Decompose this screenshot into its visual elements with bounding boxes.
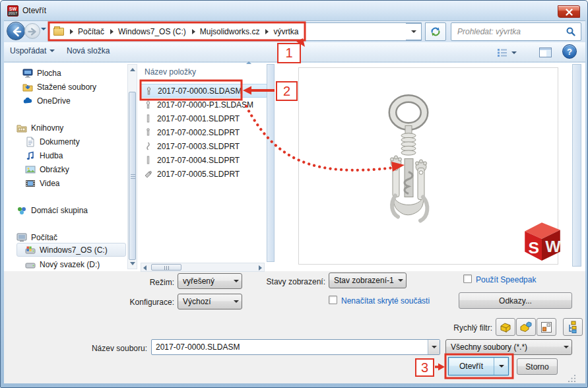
sidebar-item-windows7-os-c[interactable]: Windows7_OS (C:) <box>25 243 108 257</box>
sidebar-scrollbar-thumb[interactable] <box>129 92 136 260</box>
breadcrumb-separator-icon <box>70 29 73 34</box>
folder-icon <box>53 28 64 36</box>
chevron-down-icon <box>511 51 517 54</box>
search-icon <box>566 26 576 37</box>
stavy-zobrazeni-select[interactable]: Stav zobrazení-1 <box>329 273 407 288</box>
file-row[interactable]: 2017-07-0004.SLDPRT <box>140 153 267 167</box>
assembly-file-icon <box>145 86 153 95</box>
pictures-icon <box>25 164 36 175</box>
downloads-icon <box>22 82 33 92</box>
address-bar[interactable]: Počítač Windows7_OS (C:) Mujsolidworks.c… <box>48 22 422 41</box>
part-file-icon <box>144 128 152 137</box>
file-row[interactable]: 2017-07-0005.SLDPRT <box>140 167 267 181</box>
drawing-filter-icon <box>540 321 552 333</box>
breadcrumb-drive[interactable]: Windows7_OS (C:) <box>118 27 186 36</box>
sidebar-group-pocitac[interactable]: Počítač <box>16 230 57 244</box>
desktop-icon <box>22 68 33 79</box>
rezim-select[interactable]: vyřešený <box>178 273 242 289</box>
forward-button[interactable] <box>24 23 40 39</box>
chevron-down-icon <box>411 30 416 33</box>
preview-pane-toggle[interactable] <box>537 45 554 60</box>
konfigurace-select[interactable]: Výchozí <box>178 294 242 309</box>
filename-combobox[interactable] <box>151 339 440 355</box>
filter-parts-button[interactable] <box>496 318 515 336</box>
filter-drawings-button[interactable] <box>537 318 556 336</box>
filename-dropdown-button[interactable] <box>428 340 440 354</box>
cancel-button[interactable]: Storno <box>517 358 558 375</box>
search-input[interactable] <box>451 27 566 36</box>
file-row[interactable]: 2017-07-0000-P1.SLDASM <box>140 98 267 112</box>
hidden-components-label[interactable]: Nenačítat skryté součásti <box>341 296 430 306</box>
sidebar-item-hudba[interactable]: Hudba <box>25 148 63 162</box>
filetype-select[interactable]: Všechny soubory (*.*) <box>445 339 572 355</box>
sidebar-item-dokumenty[interactable]: Dokumenty <box>25 135 80 148</box>
top-level-filter-icon <box>566 321 579 333</box>
breadcrumb-separator-icon <box>265 29 269 34</box>
file-row[interactable]: 2017-07-0002.SLDPRT <box>140 125 267 139</box>
sidebar-item-novy-svazek-d[interactable]: Nový svazek (D:) <box>25 257 100 271</box>
chevron-down-icon <box>398 279 403 282</box>
konfigurace-label: Konfigurace: <box>95 298 174 307</box>
refresh-button[interactable] <box>425 22 446 41</box>
recent-pages-chevron-icon[interactable] <box>41 28 46 30</box>
odkazy-button[interactable]: Odkazy... <box>459 292 572 309</box>
breadcrumb-computer[interactable]: Počítač <box>78 27 104 36</box>
speedpak-checkbox[interactable] <box>463 275 472 283</box>
breadcrumb-vyvrtka[interactable]: vývrtka <box>273 27 298 36</box>
new-folder-label: Nová složka <box>67 46 110 55</box>
onedrive-cloud-icon <box>22 96 33 106</box>
views-button[interactable] <box>492 45 522 60</box>
filelist-vertical-scrollbar[interactable] <box>267 64 275 262</box>
sidebar-item-onedrive[interactable]: OneDrive <box>22 94 71 108</box>
sidebar-item-stazene-soubory[interactable]: Stažené soubory <box>22 80 96 94</box>
part-file-icon <box>144 170 152 178</box>
search-box[interactable] <box>451 22 581 41</box>
assembly-filter-icon <box>519 321 533 333</box>
close-button[interactable] <box>558 5 580 18</box>
address-dropdown-button[interactable] <box>406 23 422 40</box>
resize-grip[interactable] <box>567 374 576 382</box>
open-dropdown-button[interactable] <box>494 358 508 375</box>
part-file-icon <box>144 156 152 164</box>
hidden-components-checkbox[interactable] <box>329 296 337 304</box>
preview-scrollbar[interactable] <box>572 64 581 267</box>
breadcrumb-mujsolidworks[interactable]: Mujsolidworks.cz <box>200 27 260 36</box>
scroll-up-icon[interactable] <box>130 68 135 71</box>
sidebar-item-videa[interactable]: Videa <box>25 176 59 190</box>
annotation-step-3: 3 <box>415 358 434 377</box>
horizontal-scrollbar-thumb[interactable] <box>151 264 181 271</box>
filename-input[interactable] <box>152 340 428 354</box>
file-row[interactable]: 2017-07-0003.SLDPRT <box>140 139 267 153</box>
file-row-selected[interactable]: 2017-07-0000.SLDASM <box>140 84 267 98</box>
drive-icon <box>25 259 36 270</box>
organize-menu[interactable]: Uspořádat <box>10 46 55 55</box>
scroll-down-icon[interactable] <box>130 262 135 265</box>
sidebar-group-knihovny[interactable]: Knihovny <box>16 121 63 135</box>
scroll-left-icon[interactable] <box>143 265 147 271</box>
music-note-icon <box>25 150 36 161</box>
filelist-horizontal-scrollbar[interactable] <box>141 263 265 272</box>
part-file-icon <box>144 142 152 150</box>
sidebar-item-obrazky[interactable]: Obrázky <box>25 162 69 176</box>
new-folder-button[interactable]: Nová složka <box>67 46 110 55</box>
breadcrumb-separator-icon <box>192 29 195 34</box>
open-button[interactable]: Otevřít <box>448 357 509 375</box>
filter-assemblies-button[interactable] <box>516 318 536 336</box>
preview-pane: S W <box>298 67 558 265</box>
help-button[interactable]: ? <box>562 44 578 60</box>
sort-ascending-icon[interactable] <box>246 61 251 64</box>
chevron-down-icon <box>432 346 437 348</box>
filter-toplevel-button[interactable] <box>563 318 583 336</box>
speedpak-label[interactable]: Použít Speedpak <box>476 275 536 284</box>
part-filter-icon <box>499 321 512 333</box>
column-header-name[interactable]: Název položky <box>145 67 196 77</box>
preview-pane-icon <box>539 48 552 57</box>
scroll-right-icon[interactable] <box>259 265 262 271</box>
chevron-down-icon <box>499 365 504 368</box>
sidebar-scrollbar[interactable] <box>127 64 137 269</box>
breadcrumb-separator-icon <box>110 29 114 34</box>
sidebar-item-domaci-skupina[interactable]: Domácí skupina <box>16 203 88 217</box>
back-button[interactable] <box>7 22 25 40</box>
file-row[interactable]: 2017-07-0001.SLDPRT <box>140 112 267 125</box>
sidebar-item-plocha[interactable]: Plocha <box>22 66 61 80</box>
